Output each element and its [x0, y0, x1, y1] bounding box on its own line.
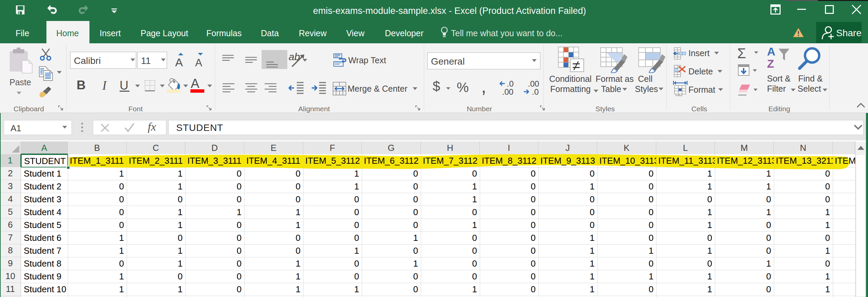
svg-text:.0: .0	[532, 87, 539, 95]
svg-text:≠: ≠	[572, 58, 580, 73]
svg-text:.00: .00	[502, 87, 513, 95]
svg-text:A: A	[195, 57, 202, 67]
svg-text:Z: Z	[767, 57, 774, 70]
svg-text:A: A	[175, 56, 183, 67]
svg-text:A: A	[767, 47, 776, 58]
